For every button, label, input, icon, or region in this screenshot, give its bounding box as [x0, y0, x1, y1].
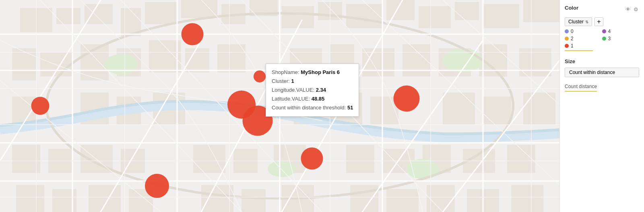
svg-rect-3 [85, 4, 113, 24]
legend-item-3: 3 [602, 36, 640, 41]
map-dot-dot2[interactable] [31, 97, 50, 115]
svg-rect-55 [89, 185, 121, 212]
legend-label-0: 0 [571, 29, 574, 34]
svg-rect-16 [523, 0, 559, 22]
svg-rect-58 [242, 189, 266, 212]
svg-rect-11 [346, 4, 382, 28]
legend-dot-3 [602, 37, 606, 41]
map-dot-dot1[interactable] [182, 23, 204, 45]
svg-rect-40 [523, 93, 555, 125]
sort-icon: ⇅ [585, 20, 588, 24]
svg-point-65 [105, 54, 137, 74]
settings-icon[interactable]: ⚙ [633, 6, 639, 13]
map-dot-dot7[interactable] [301, 148, 323, 170]
map-dot-dot6[interactable] [394, 86, 420, 112]
legend-grid: 0 4 2 3 1 [565, 29, 639, 49]
svg-rect-6 [181, 0, 217, 18]
svg-rect-5 [145, 2, 177, 24]
svg-rect-2 [56, 8, 80, 24]
legend-item-4: 4 [602, 29, 640, 34]
legend-label-4: 4 [608, 29, 611, 34]
legend-label-1: 1 [571, 43, 574, 49]
svg-rect-23 [217, 44, 246, 72]
svg-rect-61 [386, 189, 419, 212]
cluster-button[interactable]: Cluster ⇅ [565, 17, 592, 26]
svg-rect-53 [16, 185, 44, 212]
legend-dot-4 [602, 29, 606, 33]
svg-rect-17 [12, 48, 36, 80]
map-dot-dot5[interactable] [243, 106, 273, 136]
legend-label-2: 2 [571, 36, 574, 41]
legend-item-0: 0 [565, 29, 602, 34]
svg-rect-9 [282, 6, 314, 28]
size-button[interactable]: Count within distance [565, 68, 639, 77]
svg-rect-18 [40, 52, 72, 76]
map-background [0, 0, 559, 212]
legend-dot-0 [565, 29, 569, 33]
size-title: Size [565, 58, 639, 64]
legend-color-bar [565, 50, 593, 51]
svg-rect-60 [350, 185, 378, 212]
svg-rect-48 [346, 145, 374, 173]
legend-dot-2 [565, 37, 569, 41]
legend-item-2: 2 [565, 36, 602, 41]
count-distance-section: Count distance [565, 84, 639, 92]
svg-rect-15 [483, 4, 519, 28]
legend-item-1: 1 [565, 43, 602, 49]
svg-rect-38 [443, 93, 475, 125]
cluster-dropdown: Cluster ⇅ + [565, 17, 639, 26]
map-dot-dot4[interactable] [254, 70, 266, 82]
count-distance-label: Count distance [565, 84, 639, 89]
cluster-label: Cluster [568, 19, 584, 25]
map-container: ShopName: MyShop Paris 6 Cluster: 1 Long… [0, 0, 559, 212]
right-panel: Color 👁 ⚙ Cluster ⇅ + 0 4 2 3 [559, 0, 644, 212]
svg-rect-13 [419, 6, 451, 28]
legend-dot-1 [565, 44, 569, 48]
svg-rect-39 [483, 97, 511, 125]
svg-rect-21 [149, 40, 181, 72]
color-icons: 👁 ⚙ [625, 6, 639, 13]
size-section: Size Count within distance [565, 58, 639, 77]
legend-label-3: 3 [608, 36, 611, 41]
map-dot-dot8[interactable] [145, 174, 169, 198]
svg-rect-14 [455, 2, 479, 20]
count-distance-line [565, 91, 597, 92]
svg-rect-45 [193, 145, 225, 173]
color-header: Color 👁 ⚙ [565, 5, 639, 14]
svg-rect-64 [511, 185, 543, 212]
color-title: Color [565, 5, 578, 11]
eye-icon[interactable]: 👁 [625, 6, 631, 13]
add-button[interactable]: + [594, 17, 603, 26]
svg-rect-25 [330, 44, 354, 76]
